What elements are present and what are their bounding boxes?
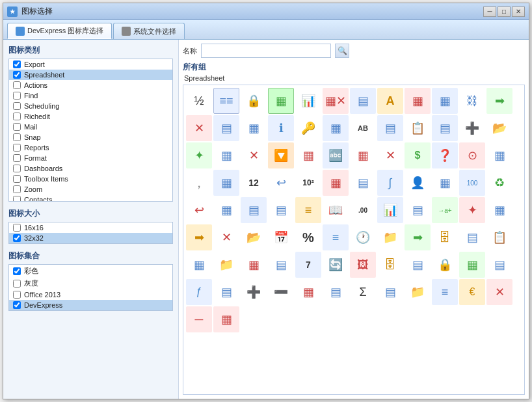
icon-cell-95[interactable]: ✕ — [486, 279, 512, 305]
icon-cell-54[interactable]: .00 — [350, 197, 376, 223]
icon-cell-2[interactable]: 🔒 — [241, 88, 267, 114]
category-contacts-checkbox[interactable] — [13, 196, 21, 202]
set-gray[interactable]: 灰度 — [9, 277, 172, 289]
size-16-checkbox[interactable] — [13, 224, 21, 232]
set-devexpress-checkbox[interactable] — [13, 301, 21, 309]
category-zoom-checkbox[interactable] — [13, 185, 21, 193]
icon-cell-68[interactable]: ➡ — [405, 224, 431, 250]
icon-cell-79[interactable]: 🗄 — [377, 252, 403, 278]
icon-cell-10[interactable]: ⛓ — [459, 88, 485, 114]
icon-cell-0[interactable]: ½ — [186, 88, 212, 114]
category-actions-checkbox[interactable] — [13, 81, 21, 89]
icon-cell-43[interactable]: ∫ — [377, 170, 403, 196]
icon-cell-30[interactable]: ▦ — [350, 142, 376, 168]
icon-cell-5[interactable]: ▦✕ — [323, 88, 349, 114]
icon-cell-60[interactable]: ➡ — [186, 224, 212, 250]
icon-cell-35[interactable]: ▦ — [486, 142, 512, 168]
icon-cell-85[interactable]: ▤ — [213, 279, 239, 305]
icon-cell-83[interactable]: ▤ — [486, 252, 512, 278]
icon-cell-81[interactable]: 🔒 — [432, 252, 458, 278]
category-format[interactable]: Format — [9, 153, 172, 163]
icon-cell-38[interactable]: 12 — [241, 170, 267, 196]
search-button[interactable]: 🔍 — [335, 44, 349, 58]
icon-cell-91[interactable]: ▤ — [377, 279, 403, 305]
icon-cell-14[interactable]: ▦ — [241, 115, 267, 141]
icon-cell-64[interactable]: % — [295, 224, 321, 250]
icon-cell-48[interactable]: ↩ — [186, 197, 212, 223]
category-export-checkbox[interactable] — [13, 60, 21, 68]
category-spreadsheet[interactable]: Spreadsheet — [9, 70, 172, 80]
icon-cell-21[interactable]: ▤ — [432, 115, 458, 141]
icon-cell-1[interactable]: ≡≡ — [213, 88, 239, 114]
icon-cell-42[interactable]: ▤ — [350, 170, 376, 196]
icon-cell-55[interactable]: 📊 — [377, 197, 403, 223]
category-dashboards[interactable]: Dashboards — [9, 163, 172, 174]
icon-cell-78[interactable]: 🖼 — [350, 252, 376, 278]
category-toolbox[interactable]: Toolbox Items — [9, 174, 172, 184]
icon-cell-71[interactable]: 📋 — [486, 224, 512, 250]
category-mail[interactable]: Mail — [9, 122, 172, 132]
category-richedit[interactable]: Richedit — [9, 111, 172, 122]
category-scheduling-checkbox[interactable] — [13, 102, 21, 110]
icon-cell-8[interactable]: ▦ — [405, 88, 431, 114]
icon-cell-82[interactable]: ▦ — [459, 252, 485, 278]
icon-cell-87[interactable]: ➖ — [268, 279, 294, 305]
set-office2013[interactable]: Office 2013 — [9, 289, 172, 300]
icon-cell-18[interactable]: AB — [350, 115, 376, 141]
icon-cell-89[interactable]: ▤ — [323, 279, 349, 305]
icon-cell-77[interactable]: 🔄 — [323, 252, 349, 278]
category-find[interactable]: Find — [9, 90, 172, 101]
category-format-checkbox[interactable] — [13, 154, 21, 162]
icon-cell-39[interactable]: ↩ — [268, 170, 294, 196]
icon-cell-24[interactable]: ✦ — [186, 142, 212, 168]
icon-cell-93[interactable]: ≡ — [432, 279, 458, 305]
size-16[interactable]: 16x16 — [9, 222, 172, 233]
icon-cell-13[interactable]: ▤ — [213, 115, 239, 141]
icon-cell-36[interactable]: ， — [186, 170, 212, 196]
icon-cell-7[interactable]: A — [377, 88, 403, 114]
icon-cell-75[interactable]: ▤ — [268, 252, 294, 278]
icon-cell-15[interactable]: ℹ — [268, 115, 294, 141]
icon-cell-56[interactable]: ▤ — [405, 197, 431, 223]
icon-cell-74[interactable]: ▦ — [241, 252, 267, 278]
icon-cell-47[interactable]: ♻ — [486, 170, 512, 196]
icon-cell-80[interactable]: ▤ — [405, 252, 431, 278]
category-snap[interactable]: Snap — [9, 132, 172, 142]
category-snap-checkbox[interactable] — [13, 133, 21, 141]
icon-cell-61[interactable]: ✕ — [213, 224, 239, 250]
icon-cell-37[interactable]: ▦ — [213, 170, 239, 196]
icon-cell-17[interactable]: ▦ — [323, 115, 349, 141]
icon-cell-4[interactable]: 📊 — [295, 88, 321, 114]
category-mail-checkbox[interactable] — [13, 123, 21, 131]
icon-cell-70[interactable]: ▤ — [459, 224, 485, 250]
icon-cell-46[interactable]: 100 — [459, 170, 485, 196]
size-32[interactable]: 32x32 — [9, 233, 172, 243]
set-office2013-checkbox[interactable] — [13, 291, 21, 299]
icon-cell-51[interactable]: ▤ — [268, 197, 294, 223]
icon-cell-33[interactable]: ❓ — [432, 142, 458, 168]
icon-cell-67[interactable]: 📁 — [377, 224, 403, 250]
set-devexpress[interactable]: DevExpress — [9, 300, 172, 310]
icon-cell-63[interactable]: 📅 — [268, 224, 294, 250]
icon-cell-27[interactable]: 🔽 — [268, 142, 294, 168]
icon-cell-72[interactable]: ▦ — [186, 252, 212, 278]
icon-cell-96[interactable]: ─ — [186, 306, 212, 332]
icon-cell-23[interactable]: 📂 — [486, 115, 512, 141]
icon-cell-66[interactable]: 🕐 — [350, 224, 376, 250]
set-color-checkbox[interactable] — [13, 267, 21, 275]
icon-cell-29[interactable]: 🔤 — [323, 142, 349, 168]
icon-cell-65[interactable]: ≡ — [323, 224, 349, 250]
icon-cell-88[interactable]: ▦ — [295, 279, 321, 305]
category-richedit-checkbox[interactable] — [13, 113, 21, 120]
set-color[interactable]: 彩色 — [9, 265, 172, 277]
category-find-checkbox[interactable] — [13, 92, 21, 100]
icon-cell-40[interactable]: 10² — [295, 170, 321, 196]
icon-cell-9[interactable]: ▦ — [432, 88, 458, 114]
icon-cell-49[interactable]: ▦ — [213, 197, 239, 223]
tab-devexpress[interactable]: DevExpress 图标库选择 — [7, 23, 112, 39]
icon-cell-32[interactable]: $ — [405, 142, 431, 168]
icon-cell-62[interactable]: 📂 — [241, 224, 267, 250]
icon-cell-12[interactable]: ✕ — [186, 115, 212, 141]
icon-cell-31[interactable]: ✕ — [377, 142, 403, 168]
minimize-button[interactable]: ─ — [483, 7, 496, 17]
